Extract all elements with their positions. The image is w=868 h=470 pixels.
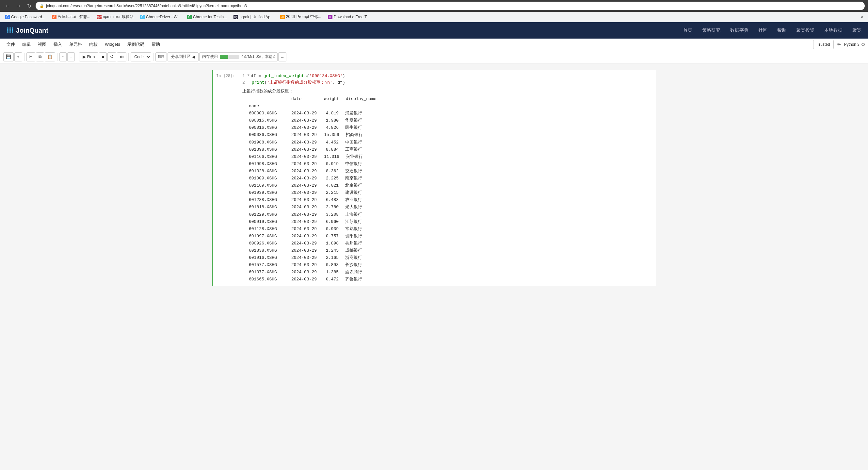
bookmark-download[interactable]: D Download a Free T...: [325, 14, 373, 20]
bookmark-askchat[interactable]: A Askchat.ai - 梦想...: [49, 13, 93, 21]
cell-body[interactable]: 1 ▼ df = get_index_weights('000134.XSHG'…: [239, 70, 656, 286]
bookmark-ngrok[interactable]: ng ngrok | Unified Ap...: [231, 14, 276, 20]
keyboard-shortcuts-button[interactable]: ⌨: [155, 52, 167, 61]
nav-data-dict[interactable]: 数据字典: [730, 27, 748, 33]
menu-help[interactable]: 帮助: [148, 40, 163, 49]
forward-button[interactable]: →: [14, 2, 23, 9]
output-col-header-row: date weight display_name: [249, 95, 652, 102]
separator5: [153, 53, 154, 61]
nav-local-data[interactable]: 本地数据: [824, 27, 842, 33]
bookmark-prompt[interactable]: 20 20 组 Prompt 带你...: [278, 13, 324, 21]
table-row: 601838.XSHG2024-03-291.245成都银行: [249, 247, 652, 254]
menu-edit[interactable]: 编辑: [19, 40, 34, 49]
bookmark-chromedriver[interactable]: C ChromeDriver - W...: [137, 14, 183, 20]
line-number-2: 2: [242, 80, 245, 86]
menu-file[interactable]: 文件: [3, 40, 18, 49]
separator1: [24, 53, 25, 61]
table-row: 601998.XSHG2024-03-290.919中信银行: [249, 160, 652, 168]
memory-usage-indicator: 内存使用 437M/1.0G，本篇2: [199, 52, 278, 61]
add-cell-button[interactable]: +: [14, 52, 22, 61]
nav-home[interactable]: 首页: [683, 27, 692, 33]
nav-help[interactable]: 帮助: [777, 27, 786, 33]
table-row: 601398.XSHG2024-03-298.884工商银行: [249, 146, 652, 153]
url-bar[interactable]: 🔒 joinquant.com/research?target=research…: [36, 2, 865, 10]
separator2: [57, 53, 58, 61]
copy-icon: ⧉: [38, 54, 41, 59]
output-code-label: code: [249, 102, 259, 110]
bookmark-chrome-testing[interactable]: C Chrome for Testin...: [185, 14, 229, 20]
save-icon: 💾: [6, 54, 11, 59]
cut-icon: ✂: [29, 54, 33, 59]
cut-button[interactable]: ✂: [27, 52, 35, 61]
table-row: 601009.XSHG2024-03-292.225南京银行: [249, 175, 652, 182]
nav-jq[interactable]: 聚宽: [852, 27, 862, 33]
stop-button[interactable]: ■: [99, 52, 107, 61]
table-row: 601328.XSHG2024-03-298.362交通银行: [249, 168, 652, 175]
list-icon: ≡: [281, 54, 284, 59]
table-row: 601997.XSHG2024-03-290.757贵阳银行: [249, 233, 652, 240]
run-button[interactable]: ▶ Run: [79, 52, 99, 61]
jq-navbar: ⁞⁞⁞ JoinQuant 首页 策略研究 数据字典 社区 帮助 聚宽投资 本地…: [0, 22, 868, 38]
menu-widgets[interactable]: Widgets: [101, 40, 123, 48]
table-row: 601166.XSHG2024-03-2911.016兴业银行: [249, 153, 652, 160]
menu-cell[interactable]: 单元格: [66, 40, 85, 49]
bookmark-icon-google: G: [5, 15, 10, 19]
nav-community[interactable]: 社区: [758, 27, 768, 33]
bookmark-npmmirror[interactable]: npm npmmirror 镜像站: [94, 13, 136, 21]
code-text-1: df = get_index_weights('000134.XSHG'): [251, 73, 345, 80]
move-up-button[interactable]: ↑: [59, 52, 67, 61]
table-row: 601229.XSHG2024-03-293.208上海银行: [249, 211, 652, 218]
code-input[interactable]: 1 ▼ df = get_index_weights('000134.XSHG'…: [242, 73, 652, 86]
notebook-toolbar: 💾 + ✂ ⧉ 📋 ↑ ↓ ▶ Run ■ ↺ ⏭ Code ⌨ 分享到社区 ◀: [0, 50, 868, 63]
code-cell[interactable]: In [28]: 1 ▼ df = get_index_weights('000…: [212, 70, 656, 286]
col-header-displayname: display_name: [346, 95, 376, 102]
bookmark-icon-chrome: C: [140, 15, 145, 19]
jq-nav-links: 首页 策略研究 数据字典 社区 帮助 聚宽投资 本地数据 聚宽: [683, 27, 862, 33]
code-line-2: 2 print('上证银行指数的成分股权重：\n', df): [242, 80, 652, 86]
output-table: date weight display_name code 600000.XSH…: [249, 95, 652, 283]
bookmark-icon-npm: npm: [97, 15, 101, 19]
bookmark-icon-ngrok: ng: [234, 15, 238, 19]
code-line-1: 1 ▼ df = get_index_weights('000134.XSHG'…: [242, 73, 652, 80]
menu-kernel[interactable]: 内核: [86, 40, 101, 49]
keyboard-icon: ⌨: [158, 54, 164, 59]
kernel-info: Python 3: [844, 42, 865, 47]
table-row: 600000.XSHG2024-03-294.019浦发银行: [249, 110, 652, 117]
trusted-button[interactable]: Trusted: [813, 40, 833, 49]
bookmark-icon-prompt: 20: [280, 15, 285, 19]
bookmark-google-password[interactable]: G Google Password...: [3, 14, 48, 20]
table-row: 600016.XSHG2024-03-294.826民生银行: [249, 124, 652, 131]
cell-type-select[interactable]: Code: [131, 52, 151, 61]
separator4: [128, 53, 129, 61]
menu-insert[interactable]: 插入: [50, 40, 65, 49]
table-row: 601288.XSHG2024-03-296.483农业银行: [249, 197, 652, 204]
back-button[interactable]: ←: [3, 2, 12, 9]
bookmark-icon-download: D: [328, 15, 333, 19]
memory-bar: [220, 55, 239, 59]
paste-button[interactable]: 📋: [45, 52, 55, 61]
memory-value: 437M/1.0G，本篇2: [241, 54, 275, 59]
nav-strategy[interactable]: 策略研究: [702, 27, 720, 33]
save-button[interactable]: 💾: [3, 52, 14, 61]
move-down-button[interactable]: ↓: [67, 52, 75, 61]
menu-examples[interactable]: 示例代码: [124, 40, 148, 49]
refresh-button[interactable]: ↻: [26, 2, 33, 10]
cell-output: 上银行指数的成分股权重： date weight display_name co…: [242, 86, 652, 283]
kernel-status-icon: [862, 43, 865, 46]
menu-view[interactable]: 视图: [35, 40, 50, 49]
col-header-code: [249, 95, 291, 102]
copy-button[interactable]: ⧉: [36, 52, 44, 61]
jq-logo[interactable]: ⁞⁞⁞ JoinQuant: [6, 26, 48, 35]
more-bookmarks-button[interactable]: »: [859, 13, 865, 21]
share-community-button[interactable]: 分享到社区 ◀: [167, 52, 198, 61]
fast-forward-button[interactable]: ⏭: [117, 52, 126, 61]
outline-button[interactable]: ≡: [278, 52, 286, 61]
restart-button[interactable]: ↺: [107, 52, 116, 61]
table-row: 601128.XSHG2024-03-290.939常熟银行: [249, 226, 652, 233]
edit-icon[interactable]: ✏: [837, 42, 841, 47]
bookmark-label: Download a Free T...: [334, 15, 370, 19]
table-row: 601665.XSHG2024-03-290.472齐鲁银行: [249, 276, 652, 283]
table-row: 600036.XSHG2024-03-2915.359招商银行: [249, 131, 652, 139]
nav-invest[interactable]: 聚宽投资: [796, 27, 814, 33]
table-row: 601169.XSHG2024-03-294.021北京银行: [249, 182, 652, 189]
